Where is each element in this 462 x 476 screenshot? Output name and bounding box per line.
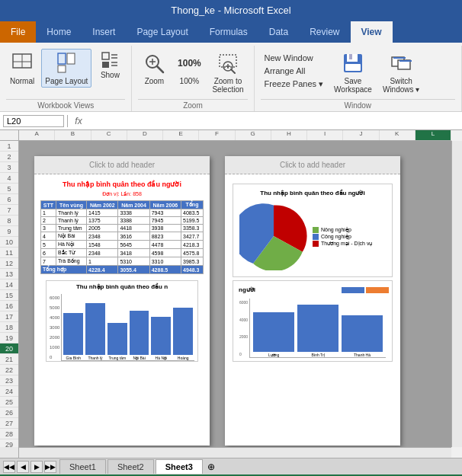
save-workspace-label: SaveWorkspace <box>334 77 372 94</box>
ribbon-group-zoom: Zoom 100% 100% Zoom toSelection Zoom <box>132 46 254 111</box>
switch-windows-label: SwitchWindows ▾ <box>383 77 419 94</box>
col-ruler-row: A B C D E F G H I J K L <box>0 130 462 141</box>
row-23: 23 <box>0 375 18 386</box>
vertical-scrollbar[interactable] <box>451 141 462 447</box>
page-1[interactable]: Click to add header Thu nhập bình quân t… <box>34 156 210 446</box>
hscroll-end <box>451 447 462 458</box>
th-name: Tên vùng <box>56 201 86 209</box>
row-6: 6 <box>0 194 18 205</box>
table-title: Thu nhập bình quân theo đầu người <box>40 180 204 188</box>
svg-rect-28 <box>399 60 412 62</box>
tab-page-layout[interactable]: Page Layout <box>126 21 198 43</box>
sheet-tab-2[interactable]: Sheet2 <box>107 459 154 474</box>
sheet-tab-next-button[interactable]: ▶ <box>30 461 43 473</box>
row-27: 27 <box>0 418 18 429</box>
tab-home[interactable]: Home <box>36 21 82 43</box>
switch-windows-button[interactable]: SwitchWindows ▾ <box>379 49 423 96</box>
row-12: 12 <box>0 258 18 269</box>
tab-view[interactable]: View <box>351 21 393 43</box>
show-label: Show <box>101 71 120 79</box>
pie-legend: Nông nghiệp Công nghiệp Thương mại - Dịc… <box>313 227 372 248</box>
table-row: 4Nội Bài2348361688233427.7 <box>41 232 204 241</box>
row-29: 29 <box>0 439 18 447</box>
row-5: 5 <box>0 184 18 194</box>
show-button[interactable]: Show <box>95 49 125 81</box>
col-g: G <box>236 130 271 140</box>
row-7: 7 <box>0 205 18 216</box>
save-workspace-icon <box>341 51 365 75</box>
normal-view-button[interactable]: Normal <box>6 49 38 88</box>
bar-chart-2-title: người <box>236 284 258 296</box>
th-tong: Tổng <box>181 201 204 209</box>
switch-windows-icon <box>389 51 413 75</box>
sheet-tab-nav: ◀◀ ◀ ▶ ▶▶ <box>3 461 56 473</box>
row-1: 1 <box>0 141 18 152</box>
title-bar: Thong_ke - Microsoft Excel <box>0 0 462 21</box>
row-22: 22 <box>0 365 18 375</box>
tab-review[interactable]: Review <box>299 21 350 43</box>
zoom-selection-button[interactable]: Zoom toSelection <box>208 49 247 96</box>
table-row: 2Thanh lý1375338879455199.5 <box>41 217 204 225</box>
zoom-100-button[interactable]: 100% 100% <box>173 49 205 88</box>
row-2: 2 <box>0 152 18 162</box>
corner-cell <box>0 130 19 141</box>
table-row: 1Thanh lý1415333879434083.5 <box>41 209 204 217</box>
page-layout-label: Page Layout <box>45 77 88 85</box>
horizontal-scrollbar[interactable] <box>19 447 451 458</box>
sheet-tab-add-icon[interactable]: ⊕ <box>207 462 215 472</box>
zoom-icon <box>142 51 166 75</box>
row-16: 16 <box>0 301 18 311</box>
formula-bar: fx <box>0 112 462 130</box>
th-y2002: Năm 2002 <box>87 201 118 209</box>
tab-file[interactable]: File <box>0 21 36 43</box>
main-area: A B C D E F G H I J K L 1 2 3 4 5 6 7 8 … <box>0 130 462 458</box>
col-ruler: A B C D E F G H I J K L <box>19 130 451 141</box>
sheet-tab-first-button[interactable]: ◀◀ <box>3 461 15 473</box>
col-b: B <box>55 130 91 140</box>
hscroll-corner <box>0 447 19 458</box>
zoom-label: Zoom <box>145 77 165 85</box>
page-layout-button[interactable]: Page Layout <box>41 49 91 88</box>
tab-insert[interactable]: Insert <box>82 21 126 43</box>
tab-bar: File Home Insert Page Layout Formulas Da… <box>0 21 462 43</box>
row-19: 19 <box>0 333 18 343</box>
row-14: 14 <box>0 280 18 290</box>
sheet-content[interactable]: Click to add header Thu nhập bình quân t… <box>19 141 451 447</box>
bar-chart-1: Thu nhập bình quân theo đầu n 6000 5000 … <box>46 280 198 362</box>
sheet-tab-3[interactable]: Sheet3 <box>156 459 203 474</box>
tab-formulas[interactable]: Formulas <box>199 21 258 43</box>
formula-divider <box>67 115 68 127</box>
bar-chart-2: người 6000 4000 2000 <box>233 280 393 362</box>
freeze-panes-button[interactable]: Freeze Panes ▾ <box>261 78 328 91</box>
zoom-button[interactable]: Zoom <box>138 49 170 88</box>
table-total-row: Tổng hợp4228.43055.44288.54948.3 <box>41 266 204 274</box>
sheet-tab-last-button[interactable]: ▶▶ <box>44 461 56 473</box>
name-box[interactable] <box>3 115 64 127</box>
page-2[interactable]: Click to add header Thu nhập bình quân t… <box>225 156 400 446</box>
col-d: D <box>127 130 163 140</box>
formula-input[interactable] <box>89 117 459 126</box>
sheet-tabs-bar: ◀◀ ◀ ▶ ▶▶ Sheet1 Sheet2 Sheet3 ⊕ <box>0 458 462 474</box>
svg-rect-4 <box>67 53 75 64</box>
row-28: 28 <box>0 429 18 439</box>
arrange-all-label: Arrange All <box>265 66 306 75</box>
sheet-tab-prev-button[interactable]: ◀ <box>17 461 29 473</box>
tab-data[interactable]: Data <box>258 21 299 43</box>
row-26: 26 <box>0 407 18 418</box>
pie-chart-title: Thu nhập bình quân theo đầu người <box>236 187 389 199</box>
svg-line-13 <box>157 66 163 72</box>
svg-line-18 <box>231 69 235 73</box>
svg-rect-24 <box>345 64 361 71</box>
ribbon: Normal Page Layout Show Workbook Views <box>0 43 462 112</box>
th-stt: STT <box>41 201 56 209</box>
save-workspace-button[interactable]: SaveWorkspace <box>330 49 376 96</box>
col-a: A <box>19 130 55 140</box>
new-window-button[interactable]: New Window <box>261 52 328 64</box>
row-3: 3 <box>0 162 18 173</box>
window-small-buttons: New Window Arrange All Freeze Panes ▾ <box>261 49 328 91</box>
row-17: 17 <box>0 311 18 322</box>
row-13: 13 <box>0 269 18 280</box>
row-21: 21 <box>0 354 18 365</box>
arrange-all-button[interactable]: Arrange All <box>261 65 328 77</box>
sheet-tab-1[interactable]: Sheet1 <box>59 459 106 474</box>
